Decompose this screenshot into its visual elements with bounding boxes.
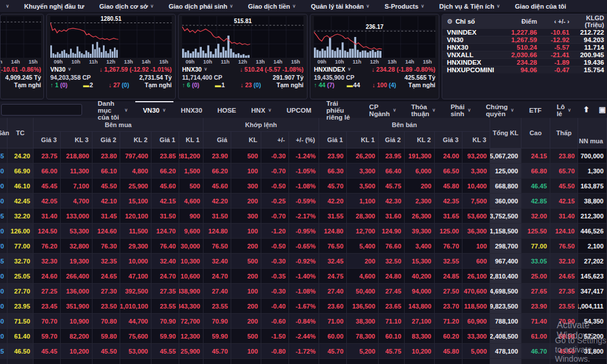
index-board: ⚙ Chỉ số Điểm ‹ +/- › KLGD (Triệu) VNIND… xyxy=(442,14,607,99)
panel-icon[interactable]: ▣ xyxy=(594,105,607,114)
col-high: Cao xyxy=(521,118,550,148)
table-row[interactable]: 7077.0076.2032,80076.3029,30076.4030,000… xyxy=(0,239,607,254)
index-charts-row: 09h10h11h12h13h14h15h∨(-10.61 -0.86%)4,9… xyxy=(0,13,607,101)
cell-total-volume: 2,810,400 xyxy=(490,269,521,283)
cell-sell: 40,200 xyxy=(405,269,435,283)
tab-l-l-[interactable]: Lô lẻ∨ xyxy=(549,101,579,118)
cell-high: 42.85 xyxy=(521,194,550,208)
tab-hose[interactable]: HOSE xyxy=(210,101,244,118)
table-row[interactable]: 3025.0524.60266,40024.6547,10024.7010,60… xyxy=(0,269,607,284)
symbol-search-input[interactable] xyxy=(1,104,82,116)
cell-total-volume: 1,158,500 xyxy=(490,224,521,238)
index-row[interactable]: VNINDEX1,227.86-10.61212.722 xyxy=(442,28,607,36)
menu-item[interactable]: Khuyến nghị đầu tư xyxy=(24,3,84,10)
menu-item[interactable]: S-Products∨ xyxy=(384,3,424,10)
tab-upcom[interactable]: UPCOM xyxy=(279,101,319,118)
table-row[interactable]: 3023.9523.45351,90023.501,010,10023.5534… xyxy=(0,299,607,314)
tab-cp-ng-nh[interactable]: CP Ngành∨ xyxy=(362,101,404,118)
cell-match: -1.67% xyxy=(289,299,319,313)
table-row[interactable]: 3013.2012.80174,60012.85263,70012.90114,… xyxy=(0,359,607,364)
table-row[interactable]: 9532.2031.40133,00031.45120,10031.509003… xyxy=(0,209,607,224)
tab-etf[interactable]: ETF xyxy=(521,101,549,118)
gear-icon[interactable]: ⚙ xyxy=(447,18,453,25)
cell-total-volume: 967,400 xyxy=(490,254,521,268)
table-row[interactable]: 5524.2023.75218,80023.80797,40023.85281,… xyxy=(0,148,607,164)
menu-item[interactable]: Dịch vụ & Tiện ích∨ xyxy=(439,3,500,10)
table-row[interactable]: 5071.5070.7010,90070.8044,70070.9072,700… xyxy=(0,314,607,329)
cell-reference: 13.20 xyxy=(8,359,34,364)
index-row[interactable]: HNX30510.24-5.5711.714 xyxy=(442,43,607,51)
cell-buy: 66.00 xyxy=(34,164,61,178)
index-col-vol: KLGD (Triệu) xyxy=(569,14,607,28)
table-row[interactable]: 2546.5045.4510,20045.5053,00045.5525,900… xyxy=(0,344,607,359)
tab-hnx30[interactable]: HNX30 xyxy=(173,101,210,118)
cell-match: 100 xyxy=(231,284,261,298)
cell-floor: 30 xyxy=(0,359,8,364)
index-price-change: ↓ 1,267.59 (-12.92 -1.01%) xyxy=(99,65,172,73)
cell-high: 32.00 xyxy=(521,209,550,223)
cell-buy: 53,000 xyxy=(120,344,151,358)
session-status: Tạm nghỉ xyxy=(145,81,172,88)
menu-item[interactable]: Giao diện của tôi xyxy=(515,3,567,10)
cell-buy: 4,800 xyxy=(120,164,151,178)
table-row[interactable]: 3066.9066.0011,30066.104,80066.201,50066… xyxy=(0,164,607,179)
index-point: 234.28 xyxy=(495,59,537,66)
cell-buy: 124.60 xyxy=(92,224,120,238)
index-row[interactable]: HNXINDEX234.28-1.8919.436 xyxy=(442,58,607,66)
cell-sell: 45.70 xyxy=(319,179,347,193)
scroll-top-icon[interactable]: ⬆ xyxy=(579,105,594,114)
menu-item[interactable]: Giao dịch cơ sở∨ xyxy=(99,3,154,10)
cell-low: 23.80 xyxy=(550,148,578,163)
menu-item[interactable]: ∨ xyxy=(3,3,9,9)
tab-ph-i-sinh[interactable]: Phái sinh∨ xyxy=(443,101,478,118)
cell-low: 59.90 xyxy=(550,329,578,343)
index-change: -0.47 xyxy=(537,66,569,73)
axis-tick: 15h xyxy=(28,59,38,65)
table-row[interactable]: 2061.4059.7082,20059.8075,60059.9012,300… xyxy=(0,329,607,344)
cell-buy: 70.90 xyxy=(151,314,179,328)
index-selector[interactable]: HNXINDEX∨ xyxy=(314,65,351,73)
cell-low: 42.15 xyxy=(550,194,578,208)
menu-item[interactable]: Giao dịch tiền∨ xyxy=(248,3,296,10)
cell-buy: 59.70 xyxy=(34,329,61,343)
index-row[interactable]: VN301,267.59-12.9294.203 xyxy=(442,36,607,43)
cell-low: 27.35 xyxy=(550,284,578,298)
tab-th-a-thu-n[interactable]: Thỏa thuận∨ xyxy=(404,101,443,118)
cell-sell: 45.75 xyxy=(379,179,405,193)
menu-item[interactable]: Giao dịch phái sinh∨ xyxy=(169,3,233,10)
unchanged: ▬ 1 xyxy=(215,81,225,88)
cell-foreign-buy: 136,200 xyxy=(578,359,607,364)
cell-buy: 11,300 xyxy=(61,164,92,178)
index-selector[interactable]: HNX30∨ xyxy=(182,65,208,73)
session-status: Tạm nghỉ xyxy=(14,81,41,88)
menu-item[interactable]: Quản lý tài khoản∨ xyxy=(311,3,370,10)
index-name: HNX30 xyxy=(442,44,495,51)
cell-buy: 32.40 xyxy=(151,254,179,268)
reference-value: 515.81 xyxy=(234,18,252,24)
cell-buy: 45.50 xyxy=(92,344,120,358)
tab-danh-m-c-c-a-t-i[interactable]: Danh mục của tôi∨ xyxy=(90,101,135,118)
cell-buy: 343,300 xyxy=(179,299,203,313)
cell-low: 31.40 xyxy=(550,209,578,223)
tab-label: ETF xyxy=(529,107,542,114)
tab-vn30[interactable]: VN30∨ xyxy=(135,101,173,118)
index-selector[interactable]: VN30∨ xyxy=(50,65,71,73)
table-row[interactable]: 4532.7032.3019,30032.3510,00032.4010,300… xyxy=(0,254,607,269)
table-row[interactable]: 3027.7027.25136,00027.30392,50027.35438,… xyxy=(0,284,607,299)
axis-tick: 11h xyxy=(353,59,361,65)
tab-tr-i-phi-u-ri-ng-l-[interactable]: Trái phiếu riêng lẻ xyxy=(319,101,361,118)
cell-buy: 76.20 xyxy=(34,239,61,253)
table-row[interactable]: 5042.4542.054,70042.1015,10042.154,60042… xyxy=(0,194,607,209)
table-row[interactable]: 9046.1045.457,10045.5025,90045.6050045.6… xyxy=(0,179,607,194)
cell-total-volume: 298,700 xyxy=(490,239,521,253)
cell-sell: 60,900 xyxy=(462,314,490,328)
table-row[interactable]: 20126.00124.5053,300124.6011,500124.709,… xyxy=(0,224,607,239)
tab-hnx[interactable]: HNX∨ xyxy=(244,101,279,118)
tab-ch-ng-quy-n[interactable]: Chứng quyền∨ xyxy=(479,101,522,118)
index-col-change[interactable]: ‹ +/- › xyxy=(537,18,569,25)
cell-match: 23.90 xyxy=(203,148,231,163)
cell-match: -1.20 xyxy=(261,224,289,238)
index-row[interactable]: VNXALL2,030.66-21.41200.945 xyxy=(442,51,607,58)
cell-sell: 5,200 xyxy=(347,344,379,358)
index-row[interactable]: HNXUPCOMINI94.06-0.4715.754 xyxy=(442,66,607,73)
